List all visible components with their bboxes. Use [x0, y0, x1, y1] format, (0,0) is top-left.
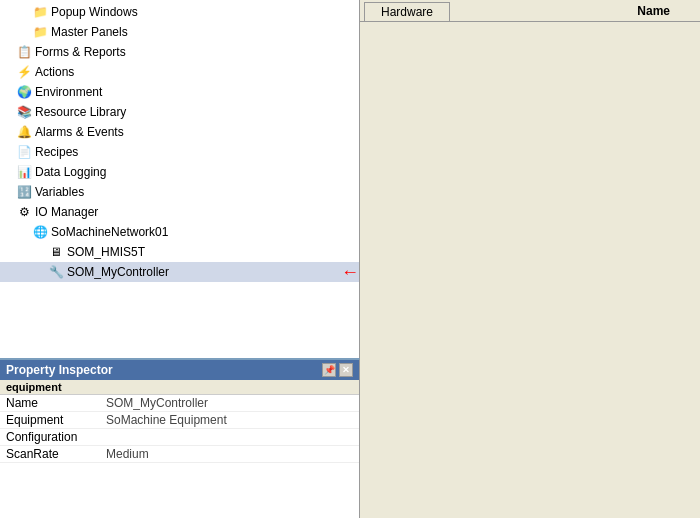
tree-label: Alarms & Events	[35, 123, 359, 141]
tree-item-resource-library[interactable]: 📚 Resource Library	[0, 102, 359, 122]
variables-icon: 🔢	[16, 184, 32, 200]
prop-row-scanrate: ScanRate Medium	[0, 446, 359, 463]
network-icon: 🌐	[32, 224, 48, 240]
left-panel: 📁 Popup Windows 📁 Master Panels 📋 Forms …	[0, 0, 360, 518]
folder-icon: 📁	[32, 24, 48, 40]
tree-label: SoMachineNetwork01	[51, 223, 359, 241]
recipe-icon: 📄	[16, 144, 32, 160]
prop-val-equipment: SoMachine Equipment	[100, 412, 359, 429]
library-icon: 📚	[16, 104, 32, 120]
tree-item-forms-reports[interactable]: 📋 Forms & Reports	[0, 42, 359, 62]
form-icon: 📋	[16, 44, 32, 60]
prop-pin-button[interactable]: 📌	[322, 363, 336, 377]
prop-row-configuration: Configuration	[0, 429, 359, 446]
prop-key-configuration: Configuration	[0, 429, 100, 446]
prop-row-name: Name SOM_MyController	[0, 395, 359, 412]
property-inspector-title: Property Inspector	[6, 363, 113, 377]
hmi-icon: 🖥	[48, 244, 64, 260]
datalogging-icon: 📊	[16, 164, 32, 180]
prop-val-configuration	[100, 429, 359, 446]
tree-label: Resource Library	[35, 103, 359, 121]
prop-key-scanrate: ScanRate	[0, 446, 100, 463]
env-icon: 🌍	[16, 84, 32, 100]
property-inspector-header: Property Inspector 📌 ✕	[0, 360, 359, 380]
tree-label: Popup Windows	[51, 3, 359, 21]
tree-item-somachine-network[interactable]: 🌐 SoMachineNetwork01	[0, 222, 359, 242]
tree-label: SOM_MyController	[67, 263, 337, 281]
prop-val-name: SOM_MyController	[100, 395, 359, 412]
folder-icon: 📁	[32, 4, 48, 20]
name-column-header: Name	[637, 4, 670, 18]
prop-close-button[interactable]: ✕	[339, 363, 353, 377]
tree-label: Variables	[35, 183, 359, 201]
tree-label: Environment	[35, 83, 359, 101]
prop-row-equipment: Equipment SoMachine Equipment	[0, 412, 359, 429]
tab-hardware[interactable]: Hardware	[364, 2, 450, 21]
controller-icon: 🔧	[48, 264, 64, 280]
tree-item-data-logging[interactable]: 📊 Data Logging	[0, 162, 359, 182]
tree-item-alarms-events[interactable]: 🔔 Alarms & Events	[0, 122, 359, 142]
tree-label: IO Manager	[35, 203, 359, 221]
tree-label: Forms & Reports	[35, 43, 359, 61]
tree-item-environment[interactable]: 🌍 Environment	[0, 82, 359, 102]
arrow-indicator: ←	[341, 263, 359, 281]
alarm-icon: 🔔	[16, 124, 32, 140]
tree-item-master-panels[interactable]: 📁 Master Panels	[0, 22, 359, 42]
tree-label: SOM_HMIS5T	[67, 243, 359, 261]
prop-val-scanrate: Medium	[100, 446, 359, 463]
tree-label: Master Panels	[51, 23, 359, 41]
prop-header-controls: 📌 ✕	[322, 363, 353, 377]
tree-item-som-mycontroller[interactable]: 🔧 SOM_MyController ←	[0, 262, 359, 282]
tree-item-recipes[interactable]: 📄 Recipes	[0, 142, 359, 162]
prop-key-name: Name	[0, 395, 100, 412]
tree-item-io-manager[interactable]: ⚙ IO Manager	[0, 202, 359, 222]
tree-label: Recipes	[35, 143, 359, 161]
tree-item-popup-windows[interactable]: 📁 Popup Windows	[0, 2, 359, 22]
tree-label: Actions	[35, 63, 359, 81]
action-icon: ⚡	[16, 64, 32, 80]
prop-key-equipment: Equipment	[0, 412, 100, 429]
property-table: Name SOM_MyController Equipment SoMachin…	[0, 395, 359, 463]
dialog-backdrop: Hardware Name ▶ ◀ + − ⚙ Feedb SoMachine …	[360, 0, 700, 518]
io-icon: ⚙	[16, 204, 32, 220]
tree-item-actions[interactable]: ⚡ Actions	[0, 62, 359, 82]
prop-section-title: equipment	[0, 380, 359, 395]
tree-item-som-hmis5t[interactable]: 🖥 SOM_HMIS5T	[0, 242, 359, 262]
tree-label: Data Logging	[35, 163, 359, 181]
property-inspector: Property Inspector 📌 ✕ equipment Name SO…	[0, 358, 360, 518]
tree-item-variables[interactable]: 🔢 Variables	[0, 182, 359, 202]
